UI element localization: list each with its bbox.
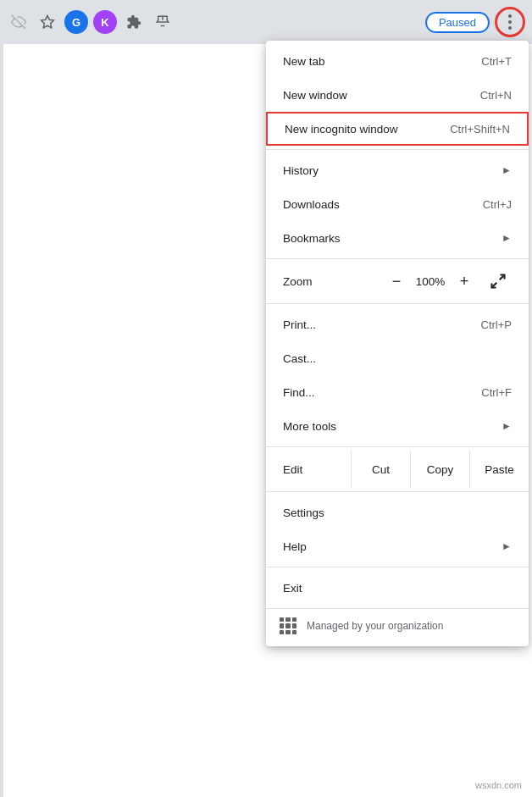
chrome-menu: New tab Ctrl+T New window Ctrl+N New inc… (266, 41, 529, 646)
separator-5 (266, 491, 529, 492)
sidebar-indicator (0, 44, 3, 797)
watermark: wsxdn.com (475, 780, 522, 790)
managed-grid-icon (280, 617, 296, 634)
separator-6 (266, 567, 529, 567)
menu-item-new-tab[interactable]: New tab Ctrl+T (266, 44, 529, 78)
cut-button[interactable]: Cut (351, 451, 410, 488)
edit-label: Edit (266, 463, 351, 476)
menu-item-cast[interactable]: Cast... (266, 341, 529, 375)
menu-item-history[interactable]: History ► (266, 153, 529, 187)
zoom-out-button[interactable]: − (383, 268, 410, 295)
extensions-icon[interactable] (122, 10, 146, 34)
menu-item-exit[interactable]: Exit (266, 571, 529, 605)
browser-toolbar: G K Paused (0, 0, 532, 44)
menu-item-more-tools[interactable]: More tools ► (266, 409, 529, 443)
three-dots-menu-button[interactable] (495, 7, 525, 37)
zoom-controls: − 100% + (383, 268, 478, 295)
paused-button[interactable]: Paused (425, 12, 490, 33)
menu-item-settings[interactable]: Settings (266, 495, 529, 529)
grammarly-avatar[interactable]: G (64, 10, 88, 34)
separator-3 (266, 303, 529, 304)
menu-item-help[interactable]: Help ► (266, 529, 529, 563)
star-icon[interactable] (36, 10, 59, 34)
menu-item-new-incognito[interactable]: New incognito window Ctrl+Shift+N (266, 112, 529, 146)
managed-by-text: Managed by your organization (307, 620, 443, 632)
separator-2 (266, 258, 529, 259)
paste-button[interactable]: Paste (469, 451, 529, 488)
menu-item-new-window[interactable]: New window Ctrl+N (266, 78, 529, 112)
separator-1 (266, 149, 529, 150)
copy-button[interactable]: Copy (410, 451, 469, 488)
dot3 (508, 26, 512, 30)
separator-4 (266, 446, 529, 447)
svg-marker-1 (42, 16, 54, 28)
zoom-in-button[interactable]: + (451, 268, 478, 295)
menu-item-find[interactable]: Find... Ctrl+F (266, 375, 529, 409)
edit-row: Edit Cut Copy Paste (266, 451, 529, 488)
zoom-row: Zoom − 100% + (266, 263, 529, 300)
eye-off-icon[interactable] (7, 10, 30, 34)
k-avatar[interactable]: K (93, 10, 117, 34)
menu-item-downloads[interactable]: Downloads Ctrl+J (266, 187, 529, 221)
menu-item-print[interactable]: Print... Ctrl+P (266, 307, 529, 341)
menu-footer: Managed by your organization (266, 608, 529, 643)
menu-item-bookmarks[interactable]: Bookmarks ► (266, 221, 529, 255)
fullscreen-button[interactable] (485, 268, 512, 295)
dot2 (508, 20, 512, 24)
media-icon[interactable] (151, 10, 175, 34)
dot1 (508, 14, 512, 18)
zoom-value: 100% (410, 275, 451, 288)
